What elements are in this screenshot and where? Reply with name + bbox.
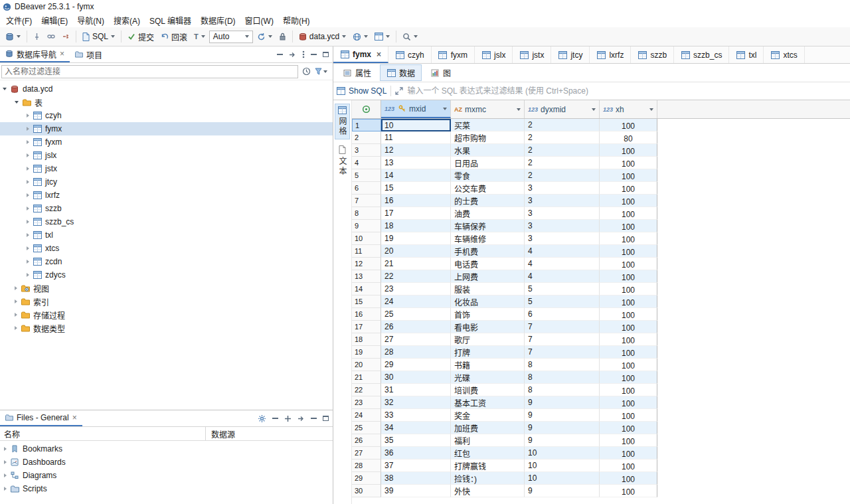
data-cell[interactable]: 17 (381, 207, 451, 220)
data-cell[interactable]: 100 (600, 195, 657, 207)
disconnect-button[interactable] (59, 31, 72, 42)
expander-icon[interactable] (15, 326, 17, 330)
data-cell[interactable]: 28 (381, 346, 451, 359)
data-cell[interactable]: 100 (600, 359, 657, 371)
link-with-editor-icon[interactable] (289, 51, 296, 58)
data-cell[interactable]: 34 (381, 422, 451, 434)
data-cell[interactable]: 7 (525, 321, 600, 333)
result-filter-input[interactable] (407, 86, 850, 96)
data-cell[interactable]: 油费 (451, 207, 525, 220)
expander-icon[interactable] (4, 487, 7, 491)
data-cell[interactable]: 2 (525, 119, 600, 131)
data-cell[interactable]: 7 (525, 333, 600, 346)
row-number-cell[interactable]: 6 (352, 182, 381, 195)
subtab-data[interactable]: 数据 (380, 64, 422, 81)
sort-dropdown-icon[interactable] (517, 108, 521, 111)
row-number-cell[interactable]: 25 (352, 422, 381, 434)
data-cell[interactable]: 2 (525, 131, 600, 144)
sort-dropdown-icon[interactable] (592, 108, 596, 111)
data-cell[interactable]: 打牌赢钱 (451, 460, 525, 472)
rollback-button[interactable]: 回滚 (158, 30, 190, 44)
data-cell[interactable]: 10 (525, 460, 600, 472)
expander-icon[interactable] (27, 246, 29, 250)
data-cell[interactable]: 9 (525, 409, 600, 422)
row-number-cell[interactable]: 23 (352, 396, 381, 409)
data-cell[interactable]: 16 (381, 195, 451, 207)
menu-item-3[interactable]: 搜索(A) (109, 13, 145, 27)
data-cell[interactable]: 3 (525, 220, 600, 232)
select-all-target-icon[interactable] (362, 105, 371, 114)
tree-node-table-lxrfz[interactable]: lxrfz (0, 189, 333, 202)
column-header-name[interactable]: 名称 (0, 427, 206, 440)
editor-tab-jslx[interactable]: jslx (475, 46, 513, 63)
files-item-dashboards[interactable]: Dashboards (0, 456, 333, 469)
data-cell[interactable]: 100 (600, 220, 657, 232)
editor-tab-fymx[interactable]: fymx× (333, 46, 388, 63)
expander-icon[interactable] (4, 473, 7, 477)
data-cell[interactable]: 38 (381, 472, 451, 485)
data-cell[interactable]: 7 (525, 346, 600, 359)
tree-node-table-fymx[interactable]: fymx (0, 122, 333, 135)
data-cell[interactable]: 加班费 (451, 422, 525, 434)
data-cell[interactable]: 31 (381, 384, 451, 396)
data-cell[interactable]: 上网费 (451, 270, 525, 283)
lock-button[interactable] (276, 31, 289, 42)
active-catalog-button[interactable] (350, 31, 371, 42)
row-number-cell[interactable]: 17 (352, 321, 381, 333)
data-cell[interactable]: 23 (381, 283, 451, 295)
row-number-cell[interactable]: 11 (352, 245, 381, 258)
new-sql-editor-button[interactable]: SQL (80, 31, 118, 42)
row-number-cell[interactable]: 12 (352, 258, 381, 270)
data-cell[interactable]: 基本工资 (451, 396, 525, 409)
subtab-properties[interactable]: 属性 (336, 64, 378, 81)
data-cell[interactable]: 2 (525, 144, 600, 157)
column-header-dyxmid[interactable]: 123dyxmid (525, 100, 600, 118)
tree-node-table-jstx[interactable]: jstx (0, 162, 333, 175)
data-cell[interactable]: 100 (600, 245, 657, 258)
files-item-scripts[interactable]: Scripts (0, 482, 333, 495)
editor-tab-fyxm[interactable]: fyxm (432, 46, 475, 63)
data-cell[interactable]: 书籍 (451, 359, 525, 371)
pin-editor-button[interactable] (31, 31, 43, 42)
data-cell[interactable]: 100 (600, 295, 657, 308)
data-cell[interactable]: 100 (600, 144, 657, 157)
expander-icon[interactable] (3, 88, 7, 90)
data-cell[interactable]: 22 (381, 270, 451, 283)
data-cell[interactable]: 80 (600, 131, 657, 144)
row-number-cell[interactable]: 9 (352, 220, 381, 232)
data-cell[interactable]: 100 (600, 472, 657, 485)
expander-icon[interactable] (4, 447, 7, 451)
data-cell[interactable]: 10 (381, 119, 451, 131)
link-editor-button[interactable] (44, 31, 58, 42)
data-cell[interactable]: 4 (525, 258, 600, 270)
expander-icon[interactable] (15, 313, 17, 317)
data-cell[interactable]: 100 (600, 232, 657, 245)
data-cell[interactable]: 100 (600, 283, 657, 295)
data-cell[interactable]: 100 (600, 308, 657, 321)
expander-icon[interactable] (15, 299, 17, 303)
data-cell[interactable]: 100 (600, 333, 657, 346)
data-cell[interactable]: 2 (525, 169, 600, 182)
data-cell[interactable]: 100 (600, 346, 657, 359)
commit-button[interactable]: 提交 (125, 30, 157, 44)
data-cell[interactable]: 11 (381, 131, 451, 144)
sort-dropdown-icon[interactable] (649, 108, 653, 111)
row-number-cell[interactable]: 22 (352, 384, 381, 396)
data-cell[interactable]: 外快 (451, 485, 525, 497)
sort-dropdown-icon[interactable] (443, 108, 447, 110)
tree-node-table-fyxm[interactable]: fyxm (0, 135, 333, 149)
view-menu-icon[interactable] (302, 50, 305, 58)
show-sql-button[interactable]: Show SQL (337, 86, 386, 96)
data-cell[interactable]: 18 (381, 220, 451, 232)
data-cell[interactable]: 3 (525, 207, 600, 220)
tree-node-table-czyh[interactable]: czyh (0, 109, 333, 122)
expander-icon[interactable] (27, 233, 29, 237)
data-cell[interactable]: 32 (381, 396, 451, 409)
row-number-cell[interactable]: 10 (352, 232, 381, 245)
row-number-cell[interactable]: 26 (352, 434, 381, 447)
files-item-diagrams[interactable]: Diagrams (0, 469, 333, 482)
menu-item-0[interactable]: 文件(F) (1, 13, 37, 27)
expander-icon[interactable] (27, 127, 29, 131)
navigator-filter-input[interactable] (1, 65, 298, 78)
link-with-editor-icon[interactable] (298, 415, 305, 422)
